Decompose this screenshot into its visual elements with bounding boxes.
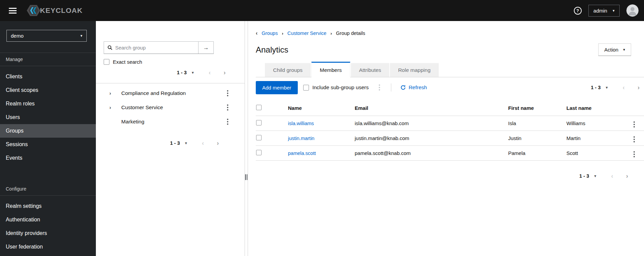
- section-label-configure: Configure: [0, 182, 96, 195]
- breadcrumb-customer-service-link[interactable]: Customer Service: [287, 31, 326, 36]
- sidebar-item-users[interactable]: Users: [0, 111, 96, 124]
- kebab-menu-icon[interactable]: [632, 150, 636, 159]
- column-header-name[interactable]: Name: [288, 101, 355, 116]
- row-checkbox[interactable]: [256, 120, 262, 125]
- breadcrumb: ‹ Groups › Customer Service › Group deta…: [256, 30, 644, 36]
- search-input[interactable]: [115, 45, 198, 51]
- member-email: justin.martin@knab.com: [355, 131, 508, 146]
- select-all-checkbox[interactable]: [256, 105, 262, 110]
- tab-role-mapping[interactable]: Role mapping: [390, 63, 439, 77]
- pagination-range[interactable]: 1 - 3: [177, 70, 187, 75]
- manage-nav-list: Clients Client scopes Realm roles Users …: [0, 70, 96, 165]
- action-dropdown-button[interactable]: Action ▾: [598, 43, 631, 56]
- sidebar-item-identity-providers[interactable]: Identity providers: [0, 227, 96, 240]
- avatar[interactable]: [626, 4, 639, 17]
- next-page-button[interactable]: ›: [224, 70, 226, 76]
- breadcrumb-groups-link[interactable]: Groups: [262, 31, 278, 36]
- kebab-menu-icon[interactable]: [632, 135, 636, 144]
- divider: [391, 83, 391, 92]
- group-tree-panel: → Exact search 1 - 3 ▾ ‹ › › Compliance …: [96, 21, 245, 256]
- expand-chevron-icon[interactable]: ›: [109, 91, 116, 96]
- back-chevron-icon[interactable]: ‹: [256, 30, 257, 36]
- group-name[interactable]: Marketing: [121, 119, 226, 125]
- include-subgroups-checkbox[interactable]: [303, 85, 309, 91]
- keycloak-admin-console: KEYCLOAK ? admin ▾ demo ▾: [0, 0, 644, 256]
- member-username-link[interactable]: isla.williams: [288, 121, 314, 126]
- page-title: Analytics: [256, 45, 288, 55]
- sidebar-item-user-federation[interactable]: User federation: [0, 240, 96, 254]
- include-subgroups-label: Include sub-group users: [312, 84, 369, 91]
- row-checkbox[interactable]: [256, 150, 262, 155]
- kebab-menu-icon[interactable]: [226, 103, 230, 112]
- column-header-email[interactable]: Email: [355, 101, 508, 116]
- hamburger-menu-icon[interactable]: [9, 8, 17, 14]
- members-pagination-bottom: 1 - 3 ▾ ‹ ›: [256, 173, 628, 179]
- group-tree-item[interactable]: › Customer Service: [96, 100, 245, 115]
- keycloak-logo: KEYCLOAK: [27, 4, 83, 17]
- chevron-down-icon[interactable]: ▾: [185, 141, 187, 145]
- sidebar-item-clients[interactable]: Clients: [0, 70, 96, 83]
- group-name[interactable]: Customer Service: [121, 104, 226, 111]
- sidebar-item-authentication[interactable]: Authentication: [0, 213, 96, 227]
- kebab-menu-icon[interactable]: [632, 120, 636, 129]
- realm-selector[interactable]: demo ▾: [6, 30, 87, 42]
- group-tree-item[interactable]: Marketing: [96, 115, 245, 129]
- pagination-range[interactable]: 1 - 3: [591, 85, 601, 90]
- exact-search-label: Exact search: [113, 59, 142, 65]
- section-label-manage: Manage: [0, 53, 96, 66]
- next-page-button[interactable]: ›: [217, 140, 219, 146]
- user-dropdown[interactable]: admin ▾: [588, 5, 620, 17]
- brand-wordmark: KEYCLOAK: [40, 6, 83, 15]
- tab-attributes[interactable]: Attributes: [351, 63, 389, 77]
- sidebar-item-realm-roles[interactable]: Realm roles: [0, 97, 96, 111]
- refresh-button[interactable]: Refresh: [400, 84, 427, 91]
- prev-page-button[interactable]: ‹: [623, 84, 625, 91]
- tab-child-groups[interactable]: Child groups: [265, 63, 311, 77]
- sidebar-item-events[interactable]: Events: [0, 151, 96, 165]
- resizer-grip-icon: [245, 174, 248, 180]
- row-checkbox[interactable]: [256, 135, 262, 140]
- kebab-menu-icon[interactable]: [226, 117, 230, 126]
- prev-page-button[interactable]: ‹: [202, 140, 204, 146]
- column-header-last-name[interactable]: Last name: [566, 101, 624, 116]
- chevron-down-icon[interactable]: ▾: [594, 174, 596, 178]
- next-page-button[interactable]: ›: [626, 173, 628, 179]
- divider: [0, 66, 96, 66]
- chevron-down-icon[interactable]: ▾: [606, 85, 608, 90]
- search-submit-button[interactable]: →: [198, 42, 213, 54]
- sidebar-item-client-scopes[interactable]: Client scopes: [0, 83, 96, 97]
- masthead-actions: ? admin ▾: [574, 4, 639, 17]
- group-name[interactable]: Compliance and Regulation: [121, 90, 226, 96]
- help-icon[interactable]: ?: [574, 7, 582, 15]
- member-last-name: Scott: [566, 146, 624, 161]
- breadcrumb-separator-icon: ›: [282, 31, 283, 36]
- next-page-button[interactable]: ›: [638, 84, 640, 91]
- tab-members[interactable]: Members: [311, 62, 350, 77]
- panel-resizer[interactable]: [245, 21, 248, 256]
- divider: [0, 195, 96, 196]
- column-header-first-name[interactable]: First name: [508, 101, 566, 116]
- table-header-row: Name Email First name Last name: [256, 101, 644, 116]
- kebab-menu-icon[interactable]: [377, 83, 381, 92]
- chevron-down-icon[interactable]: ▾: [192, 70, 194, 75]
- exact-search-checkbox[interactable]: [104, 59, 109, 65]
- expand-chevron-icon[interactable]: ›: [109, 105, 116, 110]
- divider: [96, 83, 245, 83]
- member-username-link[interactable]: justin.martin: [288, 136, 314, 141]
- sidebar-item-realm-settings[interactable]: Realm settings: [0, 199, 96, 213]
- pagination-range[interactable]: 1 - 3: [579, 173, 589, 179]
- add-member-button[interactable]: Add member: [256, 81, 298, 94]
- group-tree-item[interactable]: › Compliance and Regulation: [96, 86, 245, 100]
- prev-page-button[interactable]: ‹: [209, 70, 211, 76]
- member-username-link[interactable]: pamela.scott: [288, 151, 316, 156]
- masthead: KEYCLOAK ? admin ▾: [0, 0, 644, 21]
- prev-page-button[interactable]: ‹: [611, 173, 613, 179]
- pagination-range[interactable]: 1 - 3: [170, 140, 180, 146]
- sidebar-item-groups[interactable]: Groups: [0, 124, 96, 138]
- member-first-name: Isla: [508, 116, 566, 131]
- sidebar-item-sessions[interactable]: Sessions: [0, 138, 96, 151]
- group-search: →: [104, 41, 214, 54]
- chevron-down-icon: ▾: [623, 48, 625, 52]
- member-email: pamela.scott@knab.com: [355, 146, 508, 161]
- kebab-menu-icon[interactable]: [226, 89, 230, 98]
